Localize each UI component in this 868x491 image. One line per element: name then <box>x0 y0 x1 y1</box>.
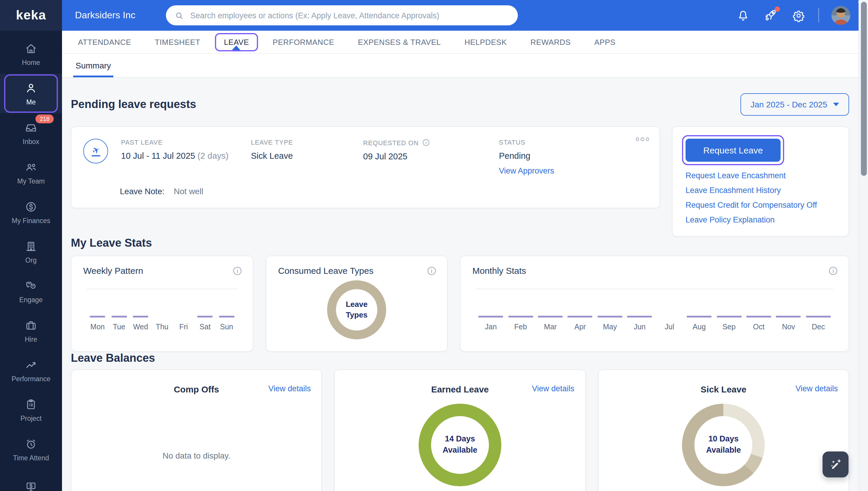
module-tab[interactable]: LEAVE <box>215 33 258 51</box>
axis-label-Apr: Apr <box>565 323 595 331</box>
company-name: Darksiders Inc <box>75 10 136 21</box>
bell-icon <box>736 8 750 22</box>
notifications-button[interactable] <box>735 8 751 23</box>
subnav-tab[interactable]: Summary <box>76 54 111 77</box>
view-details-link[interactable]: View details <box>795 384 838 393</box>
bar-Nov <box>774 316 803 318</box>
info-icon[interactable] <box>829 266 838 275</box>
sidebar-item-label: Hire <box>25 336 37 343</box>
sick-leave-donut: 10 Days Available <box>682 404 765 486</box>
scrollbar <box>859 0 868 491</box>
module-tab[interactable]: ATTENDANCE <box>69 33 140 51</box>
pending-heading: Pending leave requests <box>71 98 196 111</box>
view-approvers-link[interactable]: View Approvers <box>499 167 554 175</box>
module-tab[interactable]: PERFORMANCE <box>264 33 343 51</box>
sidebar-item[interactable]: Time Attend <box>0 430 62 469</box>
bar-Aug <box>684 316 714 318</box>
bar-Apr <box>565 316 595 318</box>
axis-label-Jan: Jan <box>476 323 506 331</box>
leave-type-label: LEAVE TYPE <box>251 139 363 146</box>
bar-Mon <box>87 316 108 318</box>
axis-label-Feb: Feb <box>506 323 536 331</box>
main-area: ATTENDANCE TIMESHEET LEAVE PERFORMANCE E… <box>62 31 859 491</box>
axis-label-May: May <box>595 323 625 331</box>
settings-button[interactable] <box>791 8 806 23</box>
sidebar-item[interactable]: Project <box>0 390 62 430</box>
monthly-stats-card: Monthly Stats JanFebMarAprMayJunJulAugSe… <box>460 256 849 352</box>
sidebar-item-label: Me <box>26 98 36 106</box>
module-tab[interactable]: HELPDESK <box>455 33 516 51</box>
monthly-stats-title: Monthly Stats <box>472 266 526 276</box>
sidebar-item[interactable]: My Team <box>0 153 62 192</box>
sidebar-item-icon <box>24 121 38 135</box>
keka-logo[interactable]: keka <box>0 0 62 31</box>
info-icon[interactable] <box>233 266 242 275</box>
earned-leave-donut: 14 Days Available <box>419 404 501 486</box>
request-leave-button[interactable]: Request Leave <box>685 139 781 162</box>
sick-leave-card: Sick Leave View details 10 Days Availabl… <box>598 370 849 491</box>
info-icon[interactable] <box>427 266 437 275</box>
sidebar-item[interactable]: 218 Inbox <box>0 113 62 153</box>
donut-center-label: 14 Days Available <box>443 434 477 456</box>
status-column: STATUS Pending View Approvers <box>499 139 648 176</box>
sidebar-item-icon <box>24 480 38 491</box>
leave-action-link[interactable]: Request Credit for Compensatory Off <box>685 201 839 209</box>
keka-logo-text: keka <box>16 8 46 23</box>
view-details-link[interactable]: View details <box>269 384 311 393</box>
consumed-leave-title: Consumed Leave Types <box>278 266 373 276</box>
sidebar-item[interactable]: Performance <box>0 351 62 390</box>
status-value: Pending <box>499 151 648 161</box>
magic-wand-icon <box>828 457 843 472</box>
axis-label-Sep: Sep <box>714 323 744 331</box>
leave-action-link[interactable]: Request Leave Encashment <box>685 171 839 180</box>
module-tab[interactable]: REWARDS <box>522 33 580 51</box>
sidebar-item-icon <box>24 200 38 214</box>
sidebar-item[interactable]: Hire <box>0 311 62 351</box>
sidebar-item-label: Org <box>25 257 37 264</box>
leave-request-card: ✈ PAST LEAVE 10 Jul - 11 Jul 2025 (2 day… <box>71 126 660 208</box>
weekly-pattern-card: Weekly Pattern MonTueWedThuFriSatSun <box>71 256 253 352</box>
donut-center-label: 10 Days Available <box>706 434 741 456</box>
axis-label-Mar: Mar <box>536 323 565 331</box>
leave-action-link[interactable]: Leave Encashment History <box>685 186 839 195</box>
axis-label-Jun: Jun <box>625 323 654 331</box>
search-input[interactable] <box>189 10 510 20</box>
requested-on-label: REQUESTED ON <box>363 139 419 146</box>
axis-label-Dec: Dec <box>803 323 833 331</box>
request-menu-button[interactable] <box>636 138 649 141</box>
sidebar-item-label: Engage <box>19 296 43 304</box>
sidebar-item[interactable]: Org <box>0 232 62 271</box>
scrollbar-thumb[interactable] <box>861 2 867 176</box>
info-icon[interactable] <box>422 139 430 146</box>
module-tab[interactable]: APPS <box>585 33 624 51</box>
date-range-dropdown[interactable]: Jan 2025 - Dec 2025 <box>740 93 849 116</box>
axis-label-Jul: Jul <box>654 323 684 331</box>
sidebar-item[interactable] <box>0 469 62 491</box>
bar-Feb <box>506 316 536 318</box>
weekly-pattern-chart: MonTueWedThuFriSatSun <box>87 289 237 331</box>
bar-Oct <box>744 316 774 318</box>
leave-actions-panel: Request Leave Request Leave Encashment L… <box>672 126 849 237</box>
chevron-down-icon <box>833 103 839 106</box>
module-tab[interactable]: EXPENSES & TRAVEL <box>349 33 450 51</box>
whats-new-button[interactable] <box>763 8 778 23</box>
module-tabs: ATTENDANCE TIMESHEET LEAVE PERFORMANCE E… <box>62 31 859 54</box>
leave-action-link[interactable]: Leave Policy Explanation <box>685 215 839 224</box>
view-details-link[interactable]: View details <box>532 384 575 393</box>
sidebar-item-label: Performance <box>11 375 51 382</box>
sidebar-item[interactable]: Me <box>0 74 62 113</box>
assistant-fab-button[interactable] <box>822 452 848 478</box>
leave-type-value: Sick Leave <box>251 151 363 161</box>
sidebar-item-label: Time Attend <box>13 455 49 461</box>
global-search[interactable] <box>166 5 518 25</box>
avatar[interactable] <box>831 6 850 25</box>
sidebar-item[interactable]: Home <box>0 34 62 74</box>
sidebar-item-label: My Team <box>18 178 45 185</box>
stats-heading: My Leave Stats <box>71 237 849 250</box>
leave-note-value: Not well <box>174 186 203 196</box>
module-tab[interactable]: TIMESHEET <box>146 33 209 51</box>
sidebar-item[interactable]: My Finances <box>0 192 62 232</box>
balances-heading: Leave Balances <box>71 352 849 365</box>
axis-label-Wed: Wed <box>130 323 151 331</box>
sidebar-item[interactable]: Engage <box>0 271 62 311</box>
